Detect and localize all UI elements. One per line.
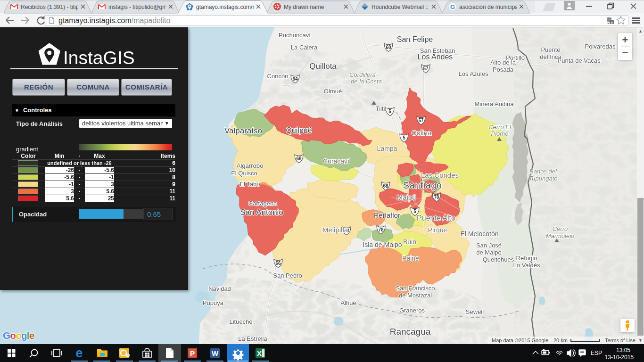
svg-text:Curacaví: Curacaví <box>323 157 349 165</box>
svg-text:P: P <box>190 349 195 357</box>
svg-text:La Estrella: La Estrella <box>238 335 267 342</box>
svg-text:Polvaredas: Polvaredas <box>585 43 616 50</box>
svg-text:64: 64 <box>292 76 298 82</box>
svg-text:Tiltil: Tiltil <box>376 105 387 112</box>
svg-text:Quilpué: Quilpué <box>286 126 312 134</box>
svg-text:My drawn name: My drawn name <box>284 4 324 10</box>
svg-text:Alto de la: Alto de la <box>490 59 516 66</box>
svg-text:Lo Valdés: Lo Valdés <box>513 262 540 269</box>
svg-text:instagis - titipulido@gma: instagis - titipulido@gma <box>108 4 170 10</box>
svg-text:San Francisco: San Francisco <box>396 285 435 292</box>
svg-text:Las Condes: Las Condes <box>421 171 459 179</box>
svg-text:Cordillera: Cordillera <box>349 71 376 78</box>
svg-text:asociación de municipalic: asociación de municipalic <box>459 4 523 10</box>
svg-text:13-10-2015: 13-10-2015 <box>605 354 634 361</box>
svg-text:Marmolejo: Marmolejo <box>546 232 575 239</box>
svg-text:Paine: Paine <box>402 255 419 262</box>
svg-text:Cerro El: Cerro El <box>488 123 512 131</box>
svg-text:X: X <box>257 349 262 357</box>
svg-text:Graneros: Graneros <box>399 307 425 314</box>
svg-text:Melipilla: Melipilla <box>322 226 348 234</box>
svg-text:Olmué: Olmué <box>324 88 342 95</box>
svg-text:Plomo: Plomo <box>491 130 509 137</box>
svg-text:Sewell: Sewell <box>466 308 484 315</box>
svg-text:gtamayo.instagis.com/ma: gtamayo.instagis.com/ma <box>196 4 260 10</box>
svg-text:5: 5 <box>388 109 391 114</box>
svg-text:Roundcube Webmail :: En: Roundcube Webmail :: En <box>372 4 437 10</box>
svg-text:Pirque: Pirque <box>428 226 447 234</box>
svg-text:San Felipe: San Felipe <box>397 35 433 43</box>
svg-text:de Maipo: de Maipo <box>476 249 501 256</box>
svg-text:Valparaíso: Valparaíso <box>224 126 262 135</box>
svg-text:Litueche: Litueche <box>229 318 252 325</box>
svg-text:Quillota: Quillota <box>309 62 337 71</box>
svg-text:San José: San José <box>476 242 502 249</box>
svg-text:13:05: 13:05 <box>616 347 630 354</box>
svg-text:de Mostazal: de Mostazal <box>399 292 432 299</box>
svg-text:San Pedro: San Pedro <box>273 272 302 279</box>
svg-text:Isla de Maipo: Isla de Maipo <box>363 241 402 248</box>
svg-text:Maipú: Maipú <box>397 193 416 201</box>
svg-text:e: e <box>75 346 83 360</box>
svg-text:Rancagua: Rancagua <box>390 327 431 337</box>
svg-text:Banos del: Banos del <box>529 168 557 175</box>
svg-text:G: G <box>450 3 455 10</box>
svg-text:68: 68 <box>296 156 302 161</box>
svg-text:70: 70 <box>434 195 439 200</box>
svg-text:de la Costa: de la Costa <box>351 78 382 85</box>
svg-text:Cerro: Cerro <box>553 225 568 232</box>
svg-text:66: 66 <box>275 261 281 266</box>
svg-text:Los Andes: Los Andes <box>418 53 453 61</box>
svg-text:El Melocotón: El Melocotón <box>461 230 499 238</box>
svg-text:Pupuya: Pupuya <box>203 299 224 306</box>
svg-text:Buin: Buin <box>403 238 416 246</box>
svg-text:Tupungato: Tupungato <box>528 175 557 182</box>
svg-text:Concón: Concón <box>267 73 289 80</box>
svg-text:Recibidos (1.391) - titipuli: Recibidos (1.391) - titipuli <box>21 4 84 10</box>
svg-text:57: 57 <box>423 66 429 71</box>
svg-text:Los Azules: Los Azules <box>459 70 488 77</box>
svg-text:del Inca: del Inca <box>540 53 561 60</box>
svg-text:W: W <box>212 349 219 357</box>
svg-text:Punta de Vacas: Punta de Vacas <box>558 57 601 64</box>
svg-text:Navidad: Navidad <box>208 285 231 292</box>
svg-text:Cartagena: Cartagena <box>248 200 277 207</box>
svg-text:Refugio: Refugio <box>516 255 537 262</box>
svg-text:5: 5 <box>403 135 405 140</box>
svg-text:Minera Andina: Minera Andina <box>474 100 514 107</box>
svg-text:Lampa: Lampa <box>377 145 397 152</box>
svg-text:Queltehues: Queltehues <box>483 256 514 263</box>
svg-text:Algarrobo: Algarrobo <box>237 162 263 169</box>
svg-text:Alhué: Alhué <box>340 299 356 306</box>
svg-text:Puchuncaví: Puchuncaví <box>279 32 311 39</box>
svg-text:La Calera: La Calera <box>291 44 318 51</box>
svg-text:El Quisco: El Quisco <box>231 170 257 177</box>
svg-text:ESP: ESP <box>591 350 602 356</box>
svg-text:Puente: Puente <box>541 46 560 53</box>
svg-text:San Antonio: San Antonio <box>240 208 283 217</box>
svg-text:68: 68 <box>383 183 388 189</box>
svg-text:Puente Alto: Puente Alto <box>417 214 455 222</box>
svg-text:5: 5 <box>413 209 416 214</box>
svg-text:Peñaflor: Peñaflor <box>374 211 400 219</box>
svg-text:gtamayo.instagis.com/mapadelit: gtamayo.instagis.com/mapadelito <box>58 16 171 25</box>
svg-text:57: 57 <box>418 118 424 123</box>
svg-text:Santiago: Santiago <box>403 180 442 190</box>
svg-text:60: 60 <box>386 45 391 50</box>
svg-text:Colina: Colina <box>412 129 432 137</box>
svg-text:Posada: Posada <box>493 66 514 73</box>
svg-text:El Tabo: El Tabo <box>239 181 260 188</box>
svg-text:78: 78 <box>378 227 384 232</box>
